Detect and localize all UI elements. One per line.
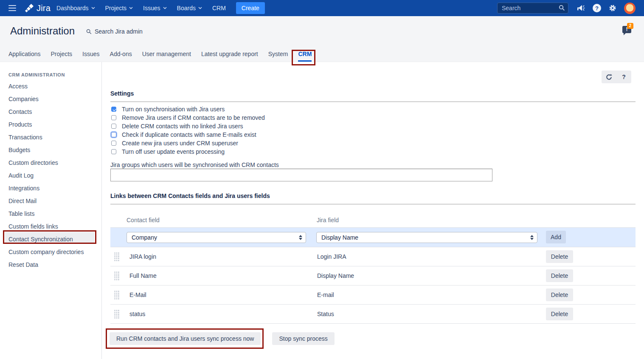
checkbox-row: Create new jira users under CRM superuse… [110, 139, 265, 147]
checkbox-check-duplicates[interactable] [111, 132, 116, 137]
link-row-full-name: Full Name Display Name Delete [110, 266, 636, 286]
page-title: Administration [10, 25, 75, 37]
link-row-jira-login: JIRA login Login JIRA Delete [110, 247, 636, 266]
sidebar-item-products[interactable]: Products [0, 118, 101, 131]
chevron-down-icon [91, 7, 95, 9]
add-button[interactable]: Add [546, 231, 566, 243]
nav-dashboards[interactable]: Dashboards [56, 5, 95, 11]
admin-tabs: Applications Projects Issues Add-ons Use… [8, 51, 312, 62]
refresh-button[interactable] [602, 71, 616, 83]
select-arrows-icon [530, 235, 534, 240]
tab-projects[interactable]: Projects [51, 51, 73, 62]
sidebar-item-direct-mail[interactable]: Direct Mail [0, 195, 101, 207]
tab-user-management[interactable]: User management [142, 51, 191, 62]
user-avatar[interactable] [624, 3, 636, 14]
notification-bubble-tail [624, 33, 626, 35]
hamburger-menu-icon[interactable] [8, 5, 16, 11]
notification-icon[interactable]: ! 2 [622, 25, 635, 37]
drag-handle-icon[interactable] [114, 309, 119, 319]
sidebar-item-budgets[interactable]: Budgets [0, 144, 101, 156]
sidebar-item-integrations[interactable]: Integrations [0, 182, 101, 195]
admin-search-label: Search Jira admin [95, 28, 143, 35]
field-links-table: Company Display Name Add JIRA login Logi… [110, 227, 636, 324]
links-section-title: Links between CRM Contacts fields and Ji… [110, 192, 636, 204]
delete-button[interactable]: Delete [546, 250, 573, 263]
link-row-e-mail: E-Mail E-mail Delete [110, 286, 636, 305]
create-button[interactable]: Create [236, 2, 265, 14]
tab-system[interactable]: System [268, 51, 288, 62]
run-sync-button[interactable]: Run CRM contacts and Jira users sync pro… [110, 332, 261, 345]
nav-crm[interactable]: CRM [212, 5, 226, 11]
help-button[interactable]: ? [616, 71, 631, 83]
settings-section-title: Settings [110, 90, 636, 102]
tab-latest-upgrade-report[interactable]: Latest upgrade report [201, 51, 258, 62]
delete-button[interactable]: Delete [546, 288, 573, 301]
link-row-status: status Status Delete [110, 305, 636, 324]
navbar-search-input[interactable] [497, 3, 568, 14]
checkbox-delete-crm-contacts[interactable] [111, 124, 116, 129]
jira-logo[interactable]: Jira [25, 3, 51, 13]
megaphone-icon[interactable] [577, 4, 585, 12]
drag-handle-icon[interactable] [114, 271, 119, 280]
drag-handle-icon[interactable] [114, 290, 119, 300]
admin-header: Administration Search Jira admin ! 2 App… [0, 16, 644, 62]
notification-badge: 2 [627, 23, 633, 29]
delete-button[interactable]: Delete [546, 269, 573, 282]
jira-logo-icon [25, 3, 34, 13]
chevron-down-icon [163, 7, 167, 9]
checkbox-row: Turn off user update events processing [110, 147, 265, 156]
column-header-jira-field: Jira field [317, 217, 339, 223]
navbar-search [497, 3, 568, 14]
admin-search[interactable]: Search Jira admin [86, 28, 143, 35]
sidebar-heading: CRM ADMINISTRATION [8, 72, 101, 77]
nav-issues[interactable]: Issues [143, 5, 166, 11]
jira-admin-page: Jira Dashboards Projects Issues Boards C… [0, 0, 644, 359]
settings-checkbox-list: Turn on synchronisation with Jira users … [110, 105, 265, 156]
stop-sync-button[interactable]: Stop sync process [272, 332, 334, 345]
sidebar-item-custom-company-directories[interactable]: Custom company directories [0, 246, 101, 258]
crm-admin-sidebar: CRM ADMINISTRATION Access Companies Cont… [0, 62, 102, 359]
sidebar-item-contacts[interactable]: Contacts [0, 105, 101, 118]
search-icon [86, 29, 92, 34]
navbar-menu: Dashboards Projects Issues Boards CRM [56, 5, 226, 11]
checkbox-row: Remove Jira users if CRM contacts are to… [110, 113, 265, 122]
nav-boards[interactable]: Boards [177, 5, 202, 11]
chevron-down-icon [129, 7, 133, 9]
tab-crm[interactable]: CRM [298, 51, 312, 62]
sidebar-item-custom-directories[interactable]: Custom directories [0, 156, 101, 169]
search-icon [559, 5, 565, 11]
page-tool-group: ? [602, 71, 631, 83]
checkbox-row: Check if duplicate contacts with same E-… [110, 130, 265, 139]
sidebar-item-transactions[interactable]: Transactions [0, 131, 101, 144]
contact-field-select[interactable]: Company [127, 232, 306, 243]
refresh-icon [605, 73, 613, 81]
jira-groups-input[interactable] [110, 169, 492, 181]
tab-issues[interactable]: Issues [82, 51, 99, 62]
checkbox-row: Turn on synchronisation with Jira users [110, 105, 265, 113]
sidebar-item-contact-synchronization[interactable]: Contact Synchronization [0, 233, 101, 246]
select-arrows-icon [299, 235, 302, 240]
jira-groups-label: Jira groups which users will be synchron… [110, 161, 279, 168]
jira-logo-text: Jira [37, 3, 51, 13]
sidebar-item-audit-log[interactable]: Audit Log [0, 169, 101, 182]
tab-add-ons[interactable]: Add-ons [110, 51, 132, 62]
chevron-down-icon [198, 7, 202, 9]
checkbox-turn-off-user-update[interactable] [111, 149, 116, 154]
checkbox-create-new-jira-users[interactable] [111, 141, 116, 146]
sidebar-item-table-lists[interactable]: Table lists [0, 207, 101, 220]
sidebar-item-access[interactable]: Access [0, 80, 101, 93]
jira-field-select[interactable]: Display Name [316, 232, 537, 243]
checkbox-remove-jira-users[interactable] [111, 115, 116, 120]
sidebar-list: Access Companies Contacts Products Trans… [0, 80, 101, 271]
top-navbar: Jira Dashboards Projects Issues Boards C… [0, 0, 644, 16]
settings-gear-icon[interactable] [608, 4, 617, 12]
delete-button[interactable]: Delete [546, 308, 573, 320]
tab-applications[interactable]: Applications [8, 51, 41, 62]
help-icon[interactable]: ? [593, 4, 601, 12]
sidebar-item-reset-data[interactable]: Reset Data [0, 258, 101, 271]
drag-handle-icon[interactable] [114, 252, 119, 261]
checkbox-turn-on-sync[interactable] [111, 107, 116, 112]
nav-projects[interactable]: Projects [105, 5, 133, 11]
checkbox-row: Delete CRM contacts with no linked Jira … [110, 122, 265, 130]
sidebar-item-companies[interactable]: Companies [0, 93, 101, 105]
